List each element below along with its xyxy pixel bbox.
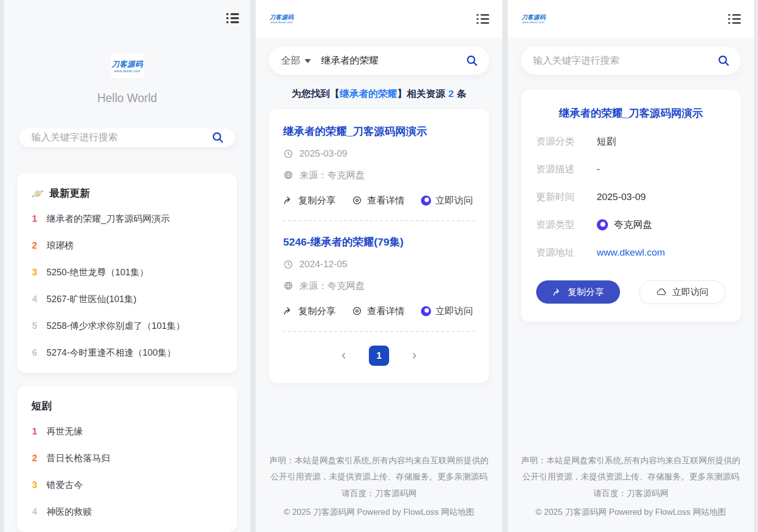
visit-now-action[interactable]: 立即访问 (421, 194, 473, 207)
result-title-link[interactable]: 继承者的荣耀_刀客源码网演示 (283, 124, 475, 138)
category-filter-dropdown[interactable]: 全部 (281, 54, 311, 67)
result-date-row: 2025-03-09 (283, 148, 475, 159)
resource-title: 继承者的荣耀_刀客源码网演示 (536, 106, 726, 120)
site-logo[interactable]: 刀客源码 www.dkewl.com (111, 54, 144, 78)
result-title-link[interactable]: 5246-继承者的荣耀(79集) (283, 235, 475, 249)
prev-page-button[interactable] (339, 351, 349, 361)
search-bar: 全部 (269, 46, 489, 75)
list-item-title: 继承者的荣耀_刀客源码网演示 (46, 213, 170, 225)
view-detail-label: 查看详情 (367, 194, 404, 207)
eye-icon (352, 306, 362, 316)
list-item[interactable]: 1 再世无缘 (31, 418, 223, 445)
screenshot-stage: 刀客源码 www.dkewl.com Hello World 🪐 最新更新 1 … (0, 0, 758, 532)
menu-row (728, 18, 741, 20)
field-row-updated: 更新时间 2025-03-09 (536, 190, 726, 204)
view-detail-action[interactable]: 查看详情 (352, 305, 404, 317)
list-item[interactable]: 5 5258-傅少求求你别虐了（101集） (31, 312, 223, 339)
visit-now-action[interactable]: 立即访问 (421, 305, 473, 317)
latest-updates-card: 🪐 最新更新 1 继承者的荣耀_刀客源码网演示 2 琅琊榜 3 5250-绝世龙… (17, 173, 237, 373)
list-item-title: 5274-今时重逢不相逢（100集） (46, 347, 176, 359)
copy-share-action[interactable]: 复制分享 (283, 305, 336, 317)
footer-disclaimer: 声明：本站是网盘索引系统,所有内容均来自互联网所提供的公开引用资源，未提供资源上… (520, 452, 742, 501)
rank-number: 5 (31, 321, 38, 331)
clock-icon (283, 149, 294, 159)
copy-share-label: 复制分享 (298, 305, 336, 317)
resource-url-link[interactable]: www.dkewl.com (597, 247, 665, 258)
search-input[interactable] (31, 132, 211, 143)
field-row-description: 资源描述 - (536, 163, 726, 176)
list-item[interactable]: 4 神医的救赎 (31, 498, 223, 525)
menu-icon[interactable] (224, 11, 241, 25)
resource-detail-card: 继承者的荣耀_刀客源码网演示 资源分类 短剧 资源描述 - 更新时间 2025-… (521, 90, 741, 322)
list-item[interactable]: 2 昔日长枪落马归 (31, 445, 223, 471)
list-item[interactable]: 6 5274-今时重逢不相逢（100集） (31, 339, 223, 366)
short-drama-card: 短剧 1 再世无缘 2 昔日长枪落马归 3 错爱古今 4 神医的救赎 (17, 386, 237, 532)
list-item-title: 昔日长枪落马归 (46, 452, 110, 464)
copy-share-label: 复制分享 (298, 194, 336, 207)
logo-url: www.dkewl.com (112, 69, 143, 73)
menu-icon[interactable] (726, 12, 743, 26)
result-source: 来源：夸克网盘 (299, 169, 365, 181)
menu-icon[interactable] (475, 12, 491, 26)
visit-now-button[interactable]: 立即访问 (639, 280, 725, 304)
visit-now-label: 立即访问 (672, 286, 708, 298)
view-detail-label: 查看详情 (367, 305, 404, 317)
field-row-category: 资源分类 短剧 (536, 135, 726, 148)
rank-number: 6 (31, 348, 38, 358)
view-detail-action[interactable]: 查看详情 (352, 194, 404, 207)
search-icon[interactable] (717, 54, 731, 68)
panel-home: 刀客源码 www.dkewl.com Hello World 🪐 最新更新 1 … (4, 0, 250, 532)
list-item-title: 5250-绝世龙尊（101集） (46, 266, 149, 278)
search-bar (521, 46, 741, 75)
list-item[interactable]: 3 5250-绝世龙尊（101集） (31, 259, 223, 285)
search-icon[interactable] (465, 54, 479, 68)
section-title: 最新更新 (50, 186, 90, 200)
menu-row (728, 22, 741, 24)
latest-updates-header: 🪐 最新更新 (31, 185, 223, 205)
page-number-current[interactable]: 1 (369, 346, 389, 366)
result-date: 2024-12-05 (299, 259, 347, 270)
search-icon[interactable] (211, 131, 225, 144)
result-source-row: 来源：夸克网盘 (283, 169, 475, 181)
chevron-left-icon (339, 351, 349, 361)
menu-row (226, 13, 239, 15)
list-item[interactable]: 1 继承者的荣耀_刀客源码网演示 (31, 205, 223, 232)
search-result-item: 继承者的荣耀_刀客源码网演示 2025-03-09 来源：夸克网盘 复制分享 (283, 124, 475, 207)
copy-share-action[interactable]: 复制分享 (283, 194, 336, 207)
logo-text: 刀客源码 (269, 14, 294, 21)
search-input[interactable] (533, 55, 717, 66)
logo-text: 刀客源码 (112, 60, 143, 69)
rank-number: 2 (31, 240, 38, 251)
list-item-title: 琅琊榜 (46, 239, 74, 252)
list-item[interactable]: 2 琅琊榜 (31, 232, 223, 259)
menu-row (226, 21, 239, 23)
share-icon (283, 306, 294, 316)
rank-number: 3 (31, 480, 38, 491)
field-value: 2025-03-09 (597, 191, 646, 203)
rank-number: 1 (31, 214, 38, 224)
hello-world-text: Hello World (4, 91, 250, 105)
result-count: 2 (448, 88, 454, 99)
field-label: 资源分类 (536, 135, 597, 148)
planet-icon: 🪐 (31, 187, 44, 200)
field-label: 资源地址 (536, 246, 597, 259)
visit-now-label: 立即访问 (436, 194, 473, 207)
result-count-line: 为您找到【继承者的荣耀】相关资源 2 条 (256, 87, 502, 101)
site-logo[interactable]: 刀客源码 www.dkewl.com (519, 12, 548, 26)
list-item[interactable]: 3 错爱古今 (31, 471, 223, 498)
menu-row (477, 22, 489, 24)
copy-share-button[interactable]: 复制分享 (536, 280, 620, 304)
site-footer: 声明：本站是网盘索引系统,所有内容均来自互联网所提供的公开引用资源，未提供资源上… (508, 452, 754, 532)
logo-url: www.dkewl.com (269, 21, 294, 24)
site-logo[interactable]: 刀客源码 www.dkewl.com (267, 12, 296, 26)
logo-text: 刀客源码 (522, 14, 546, 21)
record-icon (421, 306, 431, 316)
result-line-suffix: 条 (454, 88, 466, 99)
cloud-icon (656, 286, 667, 298)
rank-number: 4 (31, 507, 38, 517)
field-value: - (597, 164, 600, 175)
menu-row (728, 14, 741, 16)
search-input[interactable] (321, 55, 465, 66)
list-item[interactable]: 4 5267-旷世医仙(101集) (31, 285, 223, 312)
next-page-button[interactable] (409, 351, 419, 361)
